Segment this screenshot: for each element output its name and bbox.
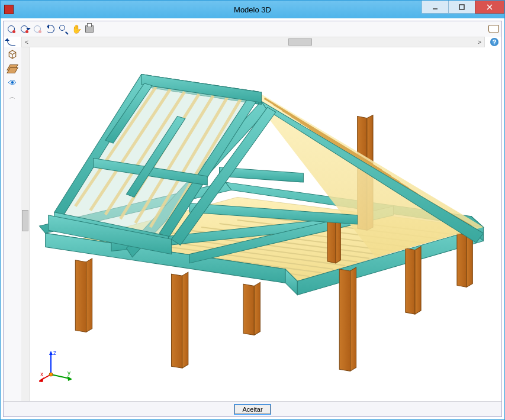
window-title: Modelo 3D [234, 5, 271, 14]
window: Modelo 3D ✋ [0, 0, 505, 420]
row-secondary: < > ? [4, 37, 501, 47]
accept-button[interactable]: Aceitar [234, 405, 270, 414]
main-area: 👁 ︿ [4, 47, 501, 401]
manual-icon[interactable] [488, 24, 499, 34]
svg-marker-30 [243, 284, 254, 335]
model-3d [21, 47, 501, 401]
layers-icon[interactable] [7, 63, 18, 75]
visibility-icon[interactable]: 👁 [7, 77, 18, 89]
svg-marker-34 [406, 248, 415, 314]
refresh-icon[interactable] [45, 24, 56, 34]
titlebar[interactable]: Modelo 3D [1, 1, 504, 18]
horizontal-scrollbar[interactable]: < > [21, 37, 485, 47]
svg-marker-33 [350, 267, 356, 371]
svg-rect-1 [459, 5, 464, 9]
zoom-icon[interactable] [58, 24, 69, 34]
orbit-icon[interactable] [6, 24, 17, 34]
frame: ✋ < > ? [3, 21, 502, 417]
svg-marker-39 [336, 217, 340, 263]
toolbar-left: 👁 ︿ [4, 47, 21, 401]
svg-marker-26 [75, 260, 86, 332]
toolbar-top: ✋ [4, 21, 501, 37]
svg-marker-27 [86, 259, 92, 332]
close-button[interactable] [475, 1, 504, 14]
app-icon [4, 5, 14, 14]
viewport-3d[interactable]: z y x [21, 47, 501, 401]
svg-marker-32 [339, 269, 350, 371]
orbit-constrained-icon[interactable] [19, 24, 30, 34]
svg-marker-38 [327, 218, 336, 263]
maximize-button[interactable] [448, 1, 475, 14]
undo-icon[interactable] [6, 37, 17, 47]
help-icon[interactable]: ? [489, 37, 500, 47]
bottom-bar: Aceitar [4, 401, 501, 416]
svg-marker-35 [415, 247, 421, 315]
svg-marker-28 [171, 274, 182, 368]
svg-marker-29 [182, 272, 188, 368]
scroll-track[interactable] [31, 38, 475, 46]
window-controls [422, 1, 504, 18]
svg-marker-36 [457, 233, 467, 287]
pan-icon[interactable]: ✋ [71, 24, 82, 34]
minimize-button[interactable] [422, 1, 449, 14]
scroll-left-arrow[interactable]: < [22, 39, 31, 46]
svg-marker-31 [254, 282, 260, 335]
wireframe-icon[interactable] [7, 49, 18, 60]
scroll-thumb[interactable] [288, 38, 312, 46]
print-icon[interactable] [84, 24, 95, 34]
scroll-right-arrow[interactable]: > [475, 39, 484, 46]
orbit-disabled-icon[interactable] [32, 24, 43, 34]
collapse-icon[interactable]: ︿ [7, 91, 18, 103]
